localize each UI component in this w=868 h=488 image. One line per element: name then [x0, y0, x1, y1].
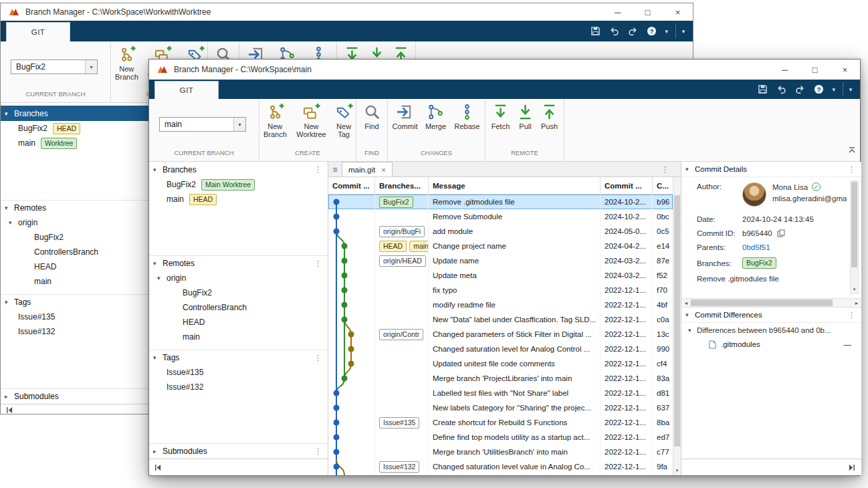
tree-item[interactable]: main	[149, 330, 328, 344]
commit-row[interactable]: Labelled test files with "Not Share" lab…	[328, 386, 673, 400]
ribbon-dropdown-icon[interactable]: ▾	[830, 86, 837, 93]
collapse-panel-right-icon[interactable]	[848, 464, 855, 471]
tree-item[interactable]: BugFix2	[149, 285, 328, 300]
copy-icon[interactable]	[777, 229, 785, 237]
kebab-menu-icon[interactable]: ⋮	[314, 354, 322, 362]
sidebar-section-header-remotes[interactable]: ▾Remotes	[1, 200, 148, 215]
tree-item[interactable]: ControllersBranch	[149, 300, 328, 315]
differences-summary[interactable]: ▾ Differences between b965440 and 0b...	[681, 323, 861, 337]
commit-row[interactable]: origin/BugFiadd module2024-05-0...0c5	[328, 224, 673, 239]
commit-row[interactable]: BugFix2Remove .gitmodules file2024-10-2.…	[328, 195, 673, 209]
scroll-down-button[interactable]: ▾	[673, 466, 681, 475]
kebab-menu-icon[interactable]: ⋮	[661, 165, 669, 174]
ribbon-overflow-button[interactable]: ▾	[843, 82, 858, 96]
commit-row[interactable]: Merge branch 'ProjectLibraries' into mai…	[328, 371, 673, 386]
details-vertical-scrollbar[interactable]: ▾	[850, 180, 859, 294]
kebab-menu-icon[interactable]: ⋮	[314, 259, 322, 268]
redo-button[interactable]	[625, 24, 641, 38]
collapse-panel-left-icon[interactable]	[154, 464, 162, 471]
minimize-button[interactable]: ─	[603, 3, 633, 21]
tree-item[interactable]: ▾origin	[1, 215, 148, 230]
pull-button[interactable]: Pull	[515, 103, 536, 130]
tree-item[interactable]: Issue#132	[1, 324, 148, 339]
commit-button[interactable]: Commit	[391, 103, 420, 130]
save-button[interactable]	[755, 82, 770, 96]
current-branch-combobox[interactable]: BugFix2▾	[11, 59, 98, 74]
undo-button[interactable]	[774, 82, 789, 96]
collapse-toolstrip-button[interactable]	[848, 145, 856, 157]
column-header[interactable]: Message	[429, 177, 601, 194]
commit-row[interactable]: Issue#135Create shortcut for Rebuild S F…	[328, 415, 673, 430]
ribbon-overflow-button[interactable]: ▾	[675, 23, 691, 39]
parent-commit-link[interactable]: 0bd5f51	[742, 243, 770, 251]
rebase-button[interactable]: Rebase	[452, 103, 483, 130]
commit-differences-header[interactable]: ▾ Commit Differences ⋮	[681, 308, 861, 323]
tree-item[interactable]: HEAD	[149, 315, 328, 330]
history-vertical-scrollbar[interactable]: ▾	[673, 177, 681, 475]
commit-row[interactable]: New "Data" label under Clasffication. Ta…	[328, 312, 673, 327]
commit-row[interactable]: Update meta2024-03-2...f52	[328, 268, 673, 283]
tree-item[interactable]: HEAD	[1, 259, 148, 274]
scrollbar-thumb[interactable]	[851, 182, 857, 267]
sidebar-section-header-tags[interactable]: ▾Tags⋮	[149, 350, 328, 365]
column-header[interactable]: C...	[653, 177, 673, 194]
minimize-button[interactable]: ─	[770, 59, 800, 80]
column-header[interactable]: Commit ...	[328, 177, 375, 194]
scrollbar-thumb[interactable]	[674, 195, 680, 447]
close-button[interactable]: ×	[830, 59, 860, 80]
commit-details-header[interactable]: ▾ Commit Details ⋮	[681, 162, 861, 177]
commit-row[interactable]: HEADmainChange project name2024-04-2...e…	[328, 239, 673, 253]
sidebar-section-header-branches[interactable]: ▾Branches	[1, 106, 148, 121]
sidebar-section-header-submodules[interactable]: ▸Submodules	[1, 388, 148, 404]
tree-item[interactable]: ▾origin	[149, 271, 328, 285]
save-button[interactable]	[588, 24, 603, 38]
tab-git[interactable]: GIT	[154, 81, 219, 99]
commit-row[interactable]: Merge branch 'UtilitiesBranch' into main…	[328, 445, 673, 459]
new-worktree-button[interactable]: New Worktree	[293, 103, 330, 139]
details-horizontal-scrollbar[interactable]: ◄ ►	[681, 298, 861, 308]
tree-item[interactable]: BugFix2Main Worktree	[149, 177, 328, 192]
sidebar-section-header-tags[interactable]: ▾Tags	[1, 294, 148, 310]
tab-main-git[interactable]: main.git ×	[342, 162, 393, 176]
tree-item[interactable]: Issue#132	[149, 380, 328, 394]
current-branch-combobox[interactable]: main▾	[159, 117, 246, 132]
ribbon-dropdown-icon[interactable]: ▾	[663, 28, 670, 35]
tree-item[interactable]: BugFix2	[1, 230, 148, 245]
collapse-panel-left-icon[interactable]	[6, 406, 13, 414]
tab-git[interactable]: GIT	[6, 22, 70, 41]
kebab-menu-icon[interactable]: ⋮	[314, 447, 322, 456]
commit-row[interactable]: Remove Submodule2024-10-2...0bc	[328, 209, 673, 224]
hamburger-menu-icon[interactable]: ≡	[328, 165, 342, 174]
merge-button[interactable]: Merge	[422, 103, 450, 130]
tree-item[interactable]: main	[1, 274, 148, 289]
close-button[interactable]: ×	[663, 3, 693, 21]
commit-row[interactable]: modify readme file2022-12-1...4bf	[328, 297, 673, 312]
fetch-button[interactable]: Fetch	[489, 103, 513, 130]
tree-item[interactable]: Issue#135	[1, 310, 148, 324]
push-button[interactable]: Push	[538, 103, 561, 130]
tree-item[interactable]: mainHEAD	[149, 192, 328, 207]
commit-row[interactable]: fix typo2022-12-1...f70	[328, 283, 673, 297]
help-button[interactable]: ?	[811, 82, 827, 96]
tree-item[interactable]: Issue#135	[149, 365, 328, 380]
commit-row[interactable]: New labels Category for "Sharing" the pr…	[328, 400, 673, 415]
scroll-left-button[interactable]: ◄	[681, 301, 691, 306]
maximize-button[interactable]: □	[633, 3, 663, 21]
sidebar-section-header-remotes[interactable]: ▾Remotes⋮	[149, 255, 328, 271]
maximize-button[interactable]: □	[800, 59, 830, 80]
new-branch-button[interactable]: New Branch	[259, 103, 291, 139]
column-header[interactable]: Branches...	[375, 177, 429, 194]
diff-file-row[interactable]: .gitmodules —	[681, 337, 861, 352]
tree-item[interactable]: ControllersBranch	[1, 245, 148, 259]
tab-close-icon[interactable]: ×	[381, 166, 385, 174]
redo-button[interactable]	[792, 82, 808, 96]
commit-row[interactable]: Issue#132Changed saturation level value …	[328, 459, 673, 474]
commit-row[interactable]: Changed saturation level for Analog Cont…	[328, 342, 673, 356]
undo-button[interactable]	[607, 24, 622, 38]
scroll-down-button[interactable]: ▾	[851, 285, 858, 293]
sidebar-section-header-branches[interactable]: ▾Branches⋮	[149, 162, 328, 177]
kebab-menu-icon[interactable]: ⋮	[848, 165, 855, 174]
sidebar-section-header-submodules[interactable]: ▸Submodules⋮	[149, 443, 328, 459]
commit-row[interactable]: origin/HEADUpdate name2024-03-2...87e	[328, 253, 673, 268]
new-tag-button[interactable]: New Tag	[332, 103, 356, 139]
